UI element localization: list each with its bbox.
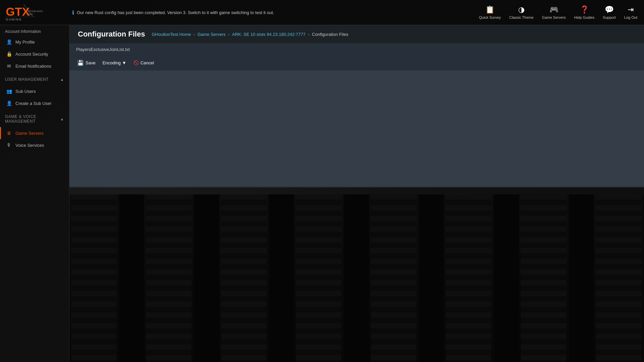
- filename: PlayersExclusiveJoinList.txt: [76, 47, 130, 52]
- sidebar-item-voice-services[interactable]: 🎙 Voice Services: [0, 139, 69, 151]
- breadcrumb-server-instance[interactable]: ARK: SE 10 slots 94.23.180.242:7777: [232, 32, 306, 37]
- account-info-header: Account Information: [0, 25, 69, 36]
- top-nav: GTX GAMING ESTABLISHED 2007 ℹ Our new Ru…: [0, 0, 644, 25]
- sidebar: Account Information 👤 My Profile 🔒 Accou…: [0, 25, 69, 362]
- breadcrumb-sep-1: »: [193, 32, 196, 37]
- editor-area: PlayersExclusiveJoinList.txt 💾 Save Enco…: [69, 44, 644, 187]
- logo: GTX GAMING ESTABLISHED 2007: [5, 3, 45, 21]
- notice-text: Our new Rust config has just been comple…: [77, 10, 274, 15]
- my-profile-label: My Profile: [15, 40, 35, 45]
- logout-label: Log Out: [624, 15, 637, 19]
- account-security-label: Account Security: [15, 52, 48, 57]
- info-icon: ℹ: [72, 9, 74, 16]
- profile-icon: 👤: [6, 39, 12, 45]
- quick-survey-label: Quick Survey: [479, 15, 501, 19]
- svg-text:ESTABLISHED: ESTABLISHED: [28, 10, 43, 12]
- chevron-up-icon-2: ▲: [60, 117, 64, 121]
- logo-area: GTX GAMING ESTABLISHED 2007: [0, 3, 67, 22]
- svg-text:GTX: GTX: [6, 5, 30, 18]
- notice-bar: ℹ Our new Rust config has just been comp…: [67, 9, 472, 16]
- create-sub-user-label: Create a Sub User: [15, 101, 52, 106]
- classic-theme-icon: ◑: [518, 5, 525, 14]
- breadcrumb-home[interactable]: GHoultonTest Home: [152, 32, 191, 37]
- page-title: Configuration Files: [78, 30, 145, 39]
- cancel-label: Cancel: [141, 60, 154, 65]
- email-icon: ✉: [6, 63, 12, 69]
- classic-theme-label: Classic Theme: [509, 15, 534, 19]
- sidebar-item-sub-users[interactable]: 👥 Sub Users: [0, 85, 69, 97]
- logout-icon: ⇥: [628, 5, 634, 14]
- support-nav[interactable]: 💬 Support: [603, 5, 616, 19]
- support-label: Support: [603, 15, 616, 19]
- breadcrumb-game-servers[interactable]: Game Servers: [198, 32, 226, 37]
- encoding-button[interactable]: Encoding ▼: [100, 59, 129, 67]
- sub-users-icon: 👥: [6, 88, 12, 94]
- support-icon: 💬: [605, 5, 614, 14]
- cancel-button[interactable]: 🚫 Cancel: [131, 59, 157, 67]
- main-content: Configuration Files GHoultonTest Home » …: [69, 25, 644, 362]
- create-user-icon: 👤: [6, 101, 12, 106]
- svg-text:GAMING: GAMING: [6, 18, 22, 21]
- breadcrumb-current: Configuration Files: [312, 32, 348, 37]
- editor-toolbar: 💾 Save Encoding ▼ 🚫 Cancel: [69, 56, 644, 70]
- help-guides-nav[interactable]: ❓ Help Guides: [574, 5, 595, 19]
- svg-text:2007: 2007: [28, 13, 33, 15]
- top-nav-actions: 📋 Quick Survey ◑ Classic Theme 🎮 Game Se…: [472, 5, 644, 19]
- sidebar-item-my-profile[interactable]: 👤 My Profile: [0, 36, 69, 48]
- server-icon: 🖥: [6, 130, 12, 136]
- game-voice-group[interactable]: Game & Voice Management ▲: [0, 111, 69, 127]
- classic-theme-nav[interactable]: ◑ Classic Theme: [509, 5, 534, 19]
- page-header: Configuration Files GHoultonTest Home » …: [69, 25, 644, 44]
- help-icon: ❓: [580, 5, 589, 14]
- sidebar-item-email-notifications[interactable]: ✉ Email Notifications: [0, 60, 69, 72]
- game-servers-sidebar-label: Game Servers: [15, 131, 44, 136]
- save-button[interactable]: 💾 Save: [74, 58, 98, 67]
- breadcrumb: GHoultonTest Home » Game Servers » ARK: …: [152, 32, 348, 37]
- sub-users-label: Sub Users: [15, 89, 36, 94]
- encoding-chevron-icon: ▼: [122, 60, 126, 65]
- sidebar-item-account-security[interactable]: 🔒 Account Security: [0, 48, 69, 60]
- file-name-bar: PlayersExclusiveJoinList.txt: [69, 44, 644, 56]
- quick-survey-nav[interactable]: 📋 Quick Survey: [479, 5, 501, 19]
- gamepad-icon: 🎮: [549, 5, 558, 14]
- microphone-icon: 🎙: [6, 142, 12, 148]
- game-servers-label: Game Servers: [542, 15, 566, 19]
- cancel-icon: 🚫: [133, 60, 139, 65]
- breadcrumb-sep-3: »: [308, 32, 310, 37]
- breadcrumb-sep-2: »: [228, 32, 230, 37]
- sidebar-item-game-servers[interactable]: 🖥 Game Servers: [0, 127, 69, 139]
- game-servers-nav[interactable]: 🎮 Game Servers: [542, 5, 566, 19]
- sidebar-item-create-sub-user[interactable]: 👤 Create a Sub User: [0, 97, 69, 109]
- logout-nav[interactable]: ⇥ Log Out: [624, 5, 637, 19]
- lock-icon: 🔒: [6, 51, 12, 57]
- help-guides-label: Help Guides: [574, 15, 595, 19]
- voice-services-label: Voice Services: [15, 143, 44, 148]
- save-label: Save: [86, 60, 96, 65]
- user-management-label: User Management: [5, 77, 49, 82]
- save-disk-icon: 💾: [77, 60, 84, 66]
- config-editor[interactable]: [69, 70, 644, 186]
- email-notifications-label: Email Notifications: [15, 64, 51, 69]
- game-voice-label: Game & Voice Management: [5, 114, 60, 124]
- chevron-up-icon: ▲: [60, 77, 64, 81]
- quick-survey-icon: 📋: [485, 5, 494, 14]
- encoding-label: Encoding: [103, 60, 121, 65]
- user-management-group[interactable]: User Management ▲: [0, 74, 69, 85]
